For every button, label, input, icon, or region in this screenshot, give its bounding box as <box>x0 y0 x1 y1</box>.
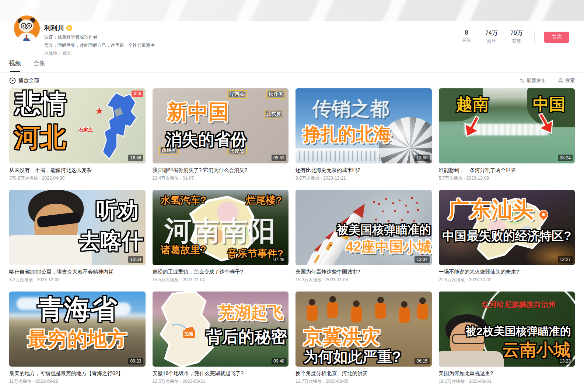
stat-following[interactable]: 8 关注 <box>460 29 473 45</box>
duration-badge: 12:27 <box>558 256 573 263</box>
follow-button[interactable]: 关注 <box>544 32 569 43</box>
rescuer-illustration <box>351 306 362 322</box>
sort-label: 最新发布 <box>527 77 546 84</box>
video-thumbnail[interactable]: 广东汕头 中国最失败的经济特区? 12:27 <box>439 190 575 265</box>
thumb-text: 42座中国小城 <box>346 239 431 254</box>
video-thumbnail[interactable]: 越南 中国 08:24 <box>439 88 575 163</box>
duration-badge: 13:23 <box>558 358 573 364</box>
video-thumbnail[interactable]: 被美国核弹瞄准的 42座中国小城 13:34 <box>296 190 432 265</box>
profile-header: 利利川 V 认证：优质科学领域创作者 简介：理解世界，才能理解自己，这里是一个社… <box>0 21 584 60</box>
video-meta: 15.5万次播放 · 2023-11-04 <box>153 277 289 283</box>
ip-location-line: IP属地： 四川 <box>44 50 155 57</box>
map-markers-illustration <box>373 201 375 203</box>
video-thumbnail[interactable]: 京冀洪灾 为何如此严重? 06:15 <box>296 292 432 367</box>
video-title[interactable]: 换个角度分析北京、河北的洪灾 <box>296 370 432 377</box>
thumb-text: 河南南阳 <box>153 216 289 245</box>
thumb-text: 河北 <box>14 124 66 151</box>
video-title[interactable]: 谁能想到，一条河分割了两个世界 <box>439 166 575 174</box>
video-thumbnail[interactable]: 悲情 河北 ★ 石家庄 置顶 16:56 <box>9 88 146 163</box>
video-card[interactable]: 广东汕头 中国最失败的经济特区? 12:27 一场不能说的大火烧毁汕头的未来? … <box>439 190 575 283</box>
video-card[interactable]: 传销之都 挣扎的北海 13:58 还有比北海更无奈的城市吗? 9.2万次播放 ·… <box>296 88 432 181</box>
video-thumbnail[interactable]: 辽西省 松江省 辽东省 平原省 西康省 新中国 消失的省份 05:53 <box>153 88 289 163</box>
play-all-button[interactable]: 播放全部 <box>9 77 39 84</box>
video-meta: 378.8万次播放 · 2022-04-30 <box>9 175 146 181</box>
tab-collections[interactable]: 合集 <box>34 60 45 72</box>
video-card[interactable]: 青海省 最穷的地方 09:23 最美的地方，可惜也是最穷的地方【青海之行02】 … <box>9 292 146 385</box>
video-card[interactable]: 水氢汽车? 烂尾楼? 诸葛故里? 音乐节事件? 河南南阳 07:48 曾经的工业… <box>153 190 289 283</box>
video-title[interactable]: 一场不能说的大火烧毁汕头的未来? <box>439 268 575 275</box>
video-thumbnail[interactable]: 青海省 最穷的地方 09:23 <box>9 292 146 367</box>
video-meta: 23.4万次播放 · 01-07 <box>153 175 289 181</box>
thumb-text: 为何如此严重? <box>304 349 401 364</box>
thumb-text: 云南小城 <box>503 341 570 359</box>
thumb-text: 挣扎的北海 <box>303 125 391 144</box>
map-region-label: 红河哈尼族彝族自治州 <box>482 300 556 310</box>
video-card[interactable]: 悲情 河北 ★ 石家庄 置顶 16:56 从来没有一个省，能像河北这么复杂 37… <box>9 88 146 181</box>
tab-videos[interactable]: 视频 <box>9 60 21 72</box>
thumb-text: 中国 <box>533 96 565 113</box>
thumb-text: 悲情 <box>15 90 67 117</box>
stat-followers[interactable]: 74万 粉丝 <box>485 29 498 45</box>
video-card[interactable]: 京冀洪灾 为何如此严重? 06:15 换个角度分析北京、河北的洪灾 12.7万次… <box>296 292 432 385</box>
likes-label: 获赞 <box>510 38 523 45</box>
video-grid: 悲情 河北 ★ 石家庄 置顶 16:56 从来没有一个省，能像河北这么复杂 37… <box>0 88 584 385</box>
video-thumbnail[interactable]: 传销之都 挣扎的北海 13:58 <box>296 88 432 163</box>
thumb-text: 听劝 <box>96 199 139 221</box>
duration-badge: 16:56 <box>128 155 143 161</box>
likes-count: 79万 <box>510 29 523 37</box>
sort-icon <box>520 78 525 83</box>
video-card[interactable]: 辽西省 松江省 辽东省 平原省 西康省 新中国 消失的省份 05:53 我国哪些… <box>153 88 289 181</box>
thumb-text: 被美国核弹瞄准的 <box>337 224 431 236</box>
video-toolbar: 播放全部 最新发布 搜索 <box>0 77 584 84</box>
stat-likes[interactable]: 79万 获赞 <box>510 29 523 45</box>
followers-count: 74万 <box>485 29 498 37</box>
thumb-text: 青海省 <box>9 295 146 323</box>
panda-avatar-illustration <box>14 15 40 41</box>
thumb-text: 中国最失败的经济特区? <box>439 230 575 243</box>
duration-badge: 13:58 <box>415 155 429 161</box>
sort-control[interactable]: 最新发布 <box>520 77 546 84</box>
video-title[interactable]: 喀什自驾2000公里，塔吉克大叔不会精神内耗 <box>9 268 146 275</box>
video-thumbnail[interactable]: 芜湖 芜湖起飞 背后的秘密 09:48 <box>153 292 289 367</box>
video-meta: 11万次播放 · 2023-09-28 <box>9 378 146 385</box>
thumb-text: 芜湖起飞 <box>218 304 283 321</box>
video-thumbnail[interactable]: 水氢汽车? 烂尾楼? 诸葛故里? 音乐节事件? 河南南阳 07:48 <box>153 190 289 265</box>
rescuer-illustration <box>375 303 386 319</box>
rescuer-illustration <box>399 307 410 323</box>
video-title[interactable]: 还有比北海更无奈的城市吗? <box>296 166 432 174</box>
video-title[interactable]: 从来没有一个省，能像河北这么复杂 <box>9 166 146 174</box>
video-title[interactable]: 安徽16个地级市，凭什么芜湖就起飞了? <box>153 370 289 377</box>
video-card[interactable]: 听劝 去喀什 13:54 喀什自驾2000公里，塔吉克大叔不会精神内耗 3.2万… <box>9 190 146 283</box>
video-card[interactable]: 红河哈尼族彝族自治州 被2枚美国核弹瞄准的 云南小城 13:23 美国为何如此重… <box>439 292 575 385</box>
video-thumbnail[interactable]: 听劝 去喀什 13:54 <box>9 190 146 265</box>
video-title[interactable]: 曾经的工业重镇，怎么变成了这个样子? <box>153 268 289 275</box>
hebei-map-illustration <box>93 91 142 162</box>
thumb-text: 烂尾楼? <box>246 195 282 206</box>
verified-badge-icon: V <box>66 25 72 31</box>
video-meta: 22.5万次播放 · 2023-10-02 <box>439 277 575 283</box>
divider <box>534 31 535 44</box>
video-card[interactable]: 越南 中国 08:24 谁能想到，一条河分割了两个世界 5.7万次播放 · 20… <box>439 88 575 181</box>
thumb-text: 越南 <box>457 96 489 113</box>
profile-tabs: 视频 合集 <box>0 60 584 73</box>
duration-badge: 13:54 <box>128 256 143 263</box>
video-card[interactable]: 芜湖 芜湖起飞 背后的秘密 09:48 安徽16个地级市，凭什么芜湖就起飞了? … <box>153 292 289 385</box>
following-count: 8 <box>460 29 473 36</box>
profile-stats: 8 关注 74万 粉丝 79万 获赞 <box>460 29 523 45</box>
city-label: 石家庄 <box>78 127 93 133</box>
video-title[interactable]: 最美的地方，可惜也是最穷的地方【青海之行02】 <box>9 370 146 377</box>
duration-badge: 09:23 <box>128 358 143 364</box>
avatar[interactable] <box>14 15 40 41</box>
video-meta: 9.2万次播放 · 2023-12-21 <box>296 175 432 181</box>
video-title[interactable]: 美国为何如此重视这里? <box>439 370 575 377</box>
video-title[interactable]: 我国哪些省份消失了? 它们为什么会消失? <box>153 166 289 174</box>
video-meta: 19.1万次播放 · 2023-08-01 <box>439 378 575 385</box>
rescuer-illustration <box>417 303 428 319</box>
video-title[interactable]: 美国为何轰炸这些中国城市? <box>296 268 432 275</box>
province-tag: 辽西省 <box>227 90 247 99</box>
search-label: 搜索 <box>565 77 575 84</box>
search-control[interactable]: 搜索 <box>558 77 575 84</box>
video-card[interactable]: 被美国核弹瞄准的 42座中国小城 13:34 美国为何轰炸这些中国城市? 15.… <box>296 190 432 283</box>
map-label: 芜湖 <box>183 330 195 338</box>
video-thumbnail[interactable]: 红河哈尼族彝族自治州 被2枚美国核弹瞄准的 云南小城 13:23 <box>439 292 575 367</box>
